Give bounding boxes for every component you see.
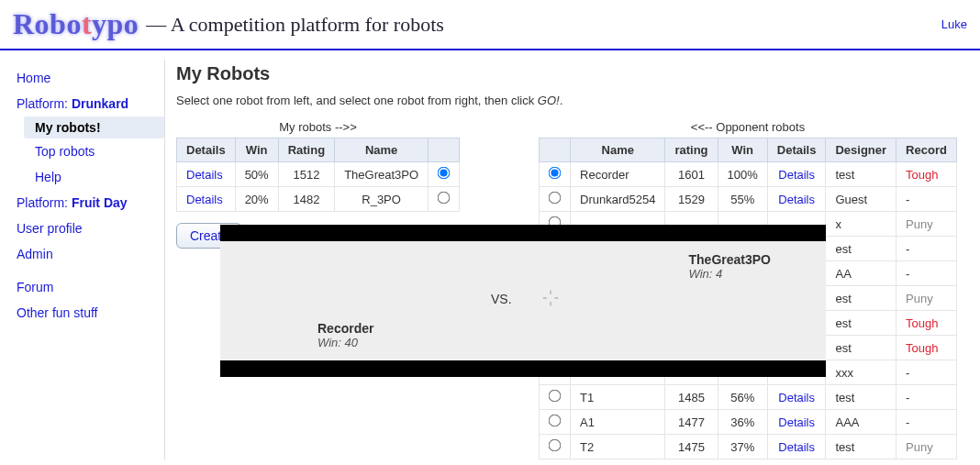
name-cell: T2: [571, 435, 665, 459]
overlay-left-name: Recorder: [317, 321, 373, 336]
platform-prefix: Platform:: [17, 195, 72, 210]
details-link[interactable]: Details: [778, 168, 815, 182]
overlay-vs: VS.: [491, 292, 512, 306]
record-cell: Tough: [896, 311, 957, 336]
sidebar: Home Platform: Drunkard My robots! Top r…: [0, 60, 165, 459]
svg-rect-1: [550, 302, 551, 305]
details-link[interactable]: Details: [778, 193, 815, 206]
overlay-left-win: Win: 40: [317, 336, 373, 349]
opponent-radio[interactable]: [549, 415, 562, 427]
rating-cell: 1601: [665, 162, 718, 187]
sidebar-admin[interactable]: Admin: [17, 241, 164, 267]
table-row: Recorder1601100%DetailstestTough: [540, 162, 957, 187]
col-win: Win: [235, 138, 278, 162]
win-cell: 20%: [235, 187, 278, 212]
details-link[interactable]: Details: [778, 440, 815, 454]
opponent-radio[interactable]: [549, 439, 562, 452]
designer-cell: x: [826, 212, 896, 237]
record-cell: Tough: [896, 162, 957, 187]
tagline: — A competition platform for robots: [146, 13, 443, 37]
platform-name: Drunkard: [72, 96, 128, 111]
sidebar-platform-drunkard[interactable]: Platform: Drunkard: [17, 91, 164, 116]
my-robot-radio[interactable]: [438, 167, 451, 180]
sidebar-user-profile[interactable]: User profile: [17, 216, 164, 241]
col-win: Win: [718, 138, 767, 162]
sidebar-home[interactable]: Home: [17, 65, 164, 91]
win-cell: 36%: [718, 410, 767, 435]
platform-prefix: Platform:: [17, 96, 72, 111]
col-rating: rating: [665, 138, 718, 162]
details-link[interactable]: Details: [778, 391, 815, 404]
rating-cell: 1512: [278, 162, 334, 187]
name-cell: R_3PO: [335, 187, 429, 212]
col-designer: Designer: [826, 138, 896, 162]
table-row: T2147537%DetailstestPuny: [540, 435, 957, 459]
record-cell: -: [896, 410, 957, 435]
name-cell: T1: [571, 385, 665, 410]
details-link[interactable]: Details: [186, 168, 223, 182]
designer-cell: AA: [826, 261, 896, 286]
rating-cell: 1529: [665, 187, 718, 212]
overlay-right-win: Win: 4: [689, 267, 771, 281]
details-link[interactable]: Details: [778, 415, 815, 429]
record-cell: Puny: [896, 212, 957, 237]
opponent-radio[interactable]: [549, 167, 562, 180]
instructions: Select one robot from left, and select o…: [176, 94, 971, 107]
table-row: A1147736%DetailsAAA-: [540, 410, 957, 435]
logo: Robotypo: [13, 7, 139, 41]
my-robots-caption: My robots -->>: [176, 120, 460, 134]
opponent-radio[interactable]: [549, 192, 562, 205]
record-cell: Tough: [896, 336, 957, 360]
win-cell: 100%: [718, 162, 767, 187]
record-cell: -: [896, 385, 957, 410]
col-record: Record: [896, 138, 957, 162]
page-title: My Robots: [176, 63, 971, 84]
platform-name: Fruit Day: [72, 195, 128, 210]
designer-cell: test: [826, 162, 896, 187]
designer-cell: AAA: [826, 410, 896, 435]
record-cell: -: [896, 187, 957, 212]
rating-cell: 1477: [665, 410, 718, 435]
name-cell: Drunkard5254: [571, 187, 665, 212]
sidebar-platform-fruitday[interactable]: Platform: Fruit Day: [17, 190, 164, 216]
rating-cell: 1482: [278, 187, 334, 212]
sidebar-top-robots[interactable]: Top robots: [17, 138, 164, 164]
designer-cell: est: [826, 311, 896, 336]
overlay-right-name: TheGreat3PO: [689, 252, 771, 267]
designer-cell: est: [826, 336, 896, 360]
svg-rect-2: [543, 297, 547, 299]
col-details: Details: [767, 138, 826, 162]
table-row: Details20%1482R_3PO: [177, 187, 460, 212]
designer-cell: xxx: [826, 360, 896, 385]
instruction-text: Select one robot from left, and select o…: [176, 94, 538, 107]
sidebar-my-robots[interactable]: My robots!: [24, 116, 164, 138]
designer-cell: Guest: [826, 187, 896, 212]
name-cell: Recorder: [571, 162, 665, 187]
col-rating: Rating: [278, 138, 334, 162]
my-robot-radio[interactable]: [438, 192, 451, 205]
opponent-radio[interactable]: [549, 390, 562, 403]
table-row: Details50%1512TheGreat3PO: [177, 162, 460, 187]
win-cell: 55%: [718, 187, 767, 212]
sidebar-other[interactable]: Other fun stuff: [17, 300, 164, 326]
header-divider: [0, 49, 980, 50]
header: Robotypo — A competition platform for ro…: [0, 0, 980, 45]
sidebar-forum[interactable]: Forum: [17, 274, 164, 300]
record-cell: -: [896, 237, 957, 261]
record-cell: Puny: [896, 286, 957, 311]
opponent-robots-caption: <<-- Opponent robots: [539, 120, 957, 134]
designer-cell: test: [826, 385, 896, 410]
user-link[interactable]: Luke: [941, 17, 967, 31]
record-cell: -: [896, 360, 957, 385]
designer-cell: test: [826, 435, 896, 459]
name-cell: A1: [571, 410, 665, 435]
record-cell: Puny: [896, 435, 957, 459]
win-cell: 56%: [718, 385, 767, 410]
designer-cell: est: [826, 237, 896, 261]
sidebar-help[interactable]: Help: [17, 164, 164, 190]
record-cell: -: [896, 261, 957, 286]
details-link[interactable]: Details: [186, 193, 223, 206]
my-robots-table: Details Win Rating Name Details50%1512Th…: [176, 138, 460, 212]
win-cell: 50%: [235, 162, 278, 187]
col-details: Details: [177, 138, 236, 162]
